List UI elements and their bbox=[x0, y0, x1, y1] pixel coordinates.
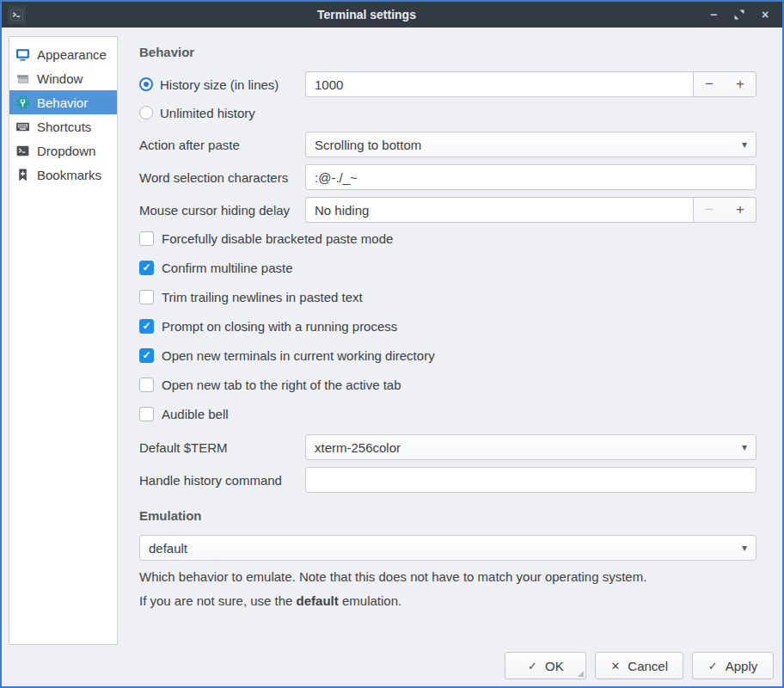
terminal-icon bbox=[15, 144, 30, 158]
chevron-down-icon: ▾ bbox=[742, 542, 747, 554]
chevron-down-icon: ▾ bbox=[742, 138, 747, 150]
checkbox-row-prompt-on-closing[interactable]: ✓ Prompt on closing with a running proce… bbox=[139, 317, 756, 335]
terminal-app-icon bbox=[8, 6, 26, 24]
checkbox-row-trim-newlines[interactable]: Trim trailing newlines in pasted text bbox=[139, 288, 756, 305]
checkbox-unchecked-icon bbox=[139, 407, 154, 421]
sidebar-item-appearance[interactable]: Appearance bbox=[9, 42, 117, 66]
mouse-hiding-input[interactable] bbox=[305, 197, 693, 223]
checkbox-row-open-in-cwd[interactable]: ✓ Open new terminals in current working … bbox=[139, 347, 756, 364]
ok-button[interactable]: ✓ OK bbox=[505, 652, 586, 679]
behavior-checkbox-group: Forcefully disable bracketed paste mode … bbox=[139, 230, 756, 422]
action-after-paste-select[interactable]: Scrolling to bottom ▾ bbox=[305, 132, 756, 157]
display-icon bbox=[15, 47, 30, 62]
default-term-select[interactable]: xterm-256color ▾ bbox=[305, 434, 756, 460]
history-size-input[interactable] bbox=[305, 71, 693, 97]
checkbox-row-confirm-multiline-paste[interactable]: ✓ Confirm multiline paste bbox=[139, 259, 756, 276]
action-after-paste-label: Action after paste bbox=[139, 138, 305, 152]
restore-icon bbox=[734, 9, 744, 20]
check-icon: ✓ bbox=[528, 660, 537, 673]
help-text-bold: default bbox=[297, 593, 339, 608]
checkbox-row-audible-bell[interactable]: Audible bell bbox=[139, 405, 756, 422]
history-size-spin-buttons: − + bbox=[693, 71, 756, 97]
apply-button-label: Apply bbox=[726, 659, 758, 673]
sidebar-item-bookmarks[interactable]: Bookmarks bbox=[9, 163, 117, 187]
action-after-paste-row: Action after paste Scrolling to bottom ▾ bbox=[139, 132, 756, 157]
help-text-suffix: emulation. bbox=[339, 593, 401, 608]
mouse-hiding-label: Mouse cursor hiding delay bbox=[139, 203, 305, 218]
dialog-body: Appearance Window bbox=[2, 28, 782, 686]
settings-sidebar: Appearance Window bbox=[9, 36, 118, 645]
check-icon: ✓ bbox=[708, 660, 718, 673]
word-selection-label: Word selection characters bbox=[139, 170, 305, 185]
emulation-help-text-2: If you are not sure, use the default emu… bbox=[139, 593, 756, 609]
checkbox-checked-icon: ✓ bbox=[139, 319, 154, 334]
checkbox-label: Forcefully disable bracketed paste mode bbox=[162, 231, 393, 246]
sidebar-item-dropdown[interactable]: Dropdown bbox=[9, 138, 117, 163]
sidebar-item-shortcuts[interactable]: Shortcuts bbox=[9, 114, 117, 138]
emulation-value: default bbox=[149, 541, 187, 556]
mouse-hiding-increment-button[interactable]: + bbox=[725, 198, 756, 222]
checkbox-unchecked-icon bbox=[139, 290, 154, 304]
checkbox-checked-icon: ✓ bbox=[139, 348, 154, 363]
history-size-decrement-button[interactable]: − bbox=[694, 72, 725, 96]
keyboard-icon bbox=[15, 120, 30, 134]
checkbox-row-bracketed-paste[interactable]: Forcefully disable bracketed paste mode bbox=[139, 230, 756, 247]
default-term-value: xterm-256color bbox=[315, 440, 401, 455]
cancel-button-label: Cancel bbox=[628, 659, 668, 673]
checkbox-label: Trim trailing newlines in pasted text bbox=[162, 290, 363, 304]
sidebar-item-label: Shortcuts bbox=[37, 120, 91, 134]
checkbox-row-open-tab-right[interactable]: Open new tab to the right of the active … bbox=[139, 376, 756, 393]
mouse-hiding-spin-buttons: − + bbox=[693, 197, 756, 223]
checkbox-label: Confirm multiline paste bbox=[162, 261, 293, 275]
close-button[interactable]: × bbox=[759, 9, 771, 21]
gear-icon bbox=[15, 95, 30, 110]
default-button-grip bbox=[578, 671, 584, 677]
mouse-hiding-decrement-button: − bbox=[694, 198, 725, 222]
checkbox-unchecked-icon bbox=[139, 378, 154, 392]
titlebar: Terminal settings − × bbox=[2, 2, 782, 28]
checkbox-unchecked-icon bbox=[139, 231, 154, 246]
sidebar-item-label: Window bbox=[37, 71, 83, 86]
window-icon bbox=[15, 71, 30, 86]
unlimited-history-radio-row[interactable]: Unlimited history bbox=[139, 104, 756, 121]
sidebar-item-behavior[interactable]: Behavior bbox=[9, 90, 117, 114]
word-selection-input[interactable] bbox=[305, 164, 756, 190]
emulation-help-text-1: Which behavior to emulate. Note that thi… bbox=[139, 568, 756, 585]
chevron-down-icon: ▾ bbox=[742, 441, 747, 453]
apply-button[interactable]: ✓ Apply bbox=[692, 652, 774, 679]
bookmark-icon bbox=[15, 168, 30, 182]
sidebar-item-label: Behavior bbox=[37, 95, 88, 110]
history-size-radio bbox=[139, 77, 153, 91]
action-after-paste-value: Scrolling to bottom bbox=[315, 138, 421, 152]
checkbox-label: Open new terminals in current working di… bbox=[162, 348, 435, 363]
checkbox-checked-icon: ✓ bbox=[139, 261, 154, 275]
mouse-hiding-row: Mouse cursor hiding delay − + bbox=[139, 197, 756, 223]
sidebar-item-window[interactable]: Window bbox=[9, 66, 117, 90]
handle-history-input[interactable] bbox=[305, 467, 756, 493]
behavior-section-heading: Behavior bbox=[139, 45, 756, 59]
checkbox-label: Audible bell bbox=[162, 407, 229, 421]
check-icon: ✓ bbox=[142, 350, 150, 360]
sidebar-item-label: Dropdown bbox=[37, 144, 95, 158]
check-icon: ✓ bbox=[142, 321, 150, 331]
default-term-row: Default $TERM xterm-256color ▾ bbox=[139, 434, 756, 460]
history-size-spinbox: − + bbox=[305, 71, 756, 97]
history-size-increment-button[interactable]: + bbox=[725, 72, 756, 96]
emulation-select[interactable]: default ▾ bbox=[139, 535, 756, 561]
history-size-radio-row[interactable]: History size (in lines) bbox=[139, 77, 305, 92]
behavior-panel: Behavior History size (in lines) − + bbox=[139, 28, 756, 609]
unlimited-history-label: Unlimited history bbox=[160, 106, 255, 120]
cross-icon: ✕ bbox=[610, 660, 620, 673]
emulation-row: default ▾ bbox=[139, 535, 756, 561]
cancel-button[interactable]: ✕ Cancel bbox=[595, 652, 683, 679]
sidebar-item-label: Appearance bbox=[37, 47, 107, 62]
minimize-button[interactable]: − bbox=[707, 9, 720, 21]
window-title: Terminal settings bbox=[26, 8, 707, 22]
default-term-label: Default $TERM bbox=[139, 440, 305, 455]
restore-button[interactable] bbox=[733, 9, 745, 21]
emulation-section-heading: Emulation bbox=[139, 508, 756, 523]
history-size-label: History size (in lines) bbox=[160, 77, 279, 92]
ok-button-label: OK bbox=[545, 659, 564, 673]
history-size-row: History size (in lines) − + bbox=[139, 71, 756, 97]
handle-history-label: Handle history command bbox=[139, 473, 305, 488]
